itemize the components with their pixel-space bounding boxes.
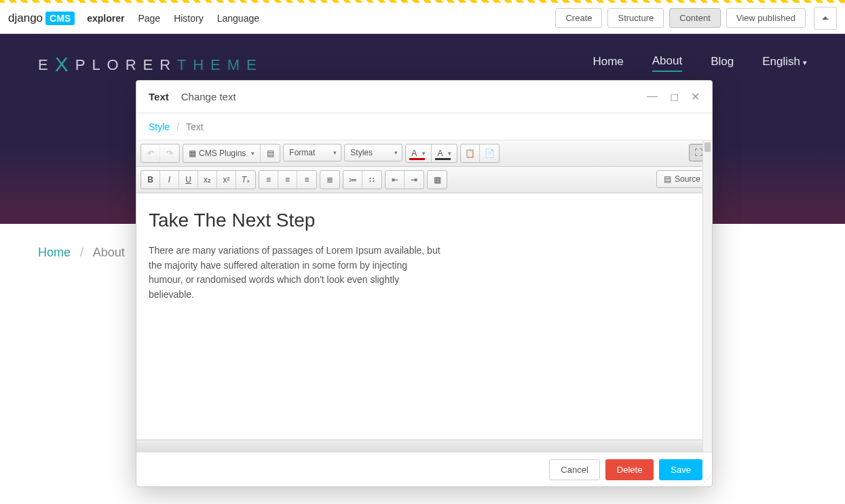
cms-logo[interactable]: django CMS (8, 12, 75, 25)
undo-button[interactable]: ↶ (141, 144, 160, 162)
cms-plugins-label: CMS Plugins (199, 149, 246, 158)
justify-button[interactable]: ≣ (320, 171, 339, 189)
bg-color-swatch (435, 158, 451, 160)
modal-title: Text (149, 91, 169, 102)
modal-header: Text Change text — ◻ ✕ (136, 81, 712, 113)
table-button[interactable]: ▦ (428, 171, 447, 189)
show-blocks-button[interactable]: ▤ (261, 144, 280, 162)
justify-group: ≣ (320, 170, 340, 189)
site-nav: Home About Blog English▾ (593, 54, 807, 72)
breadcrumb-sep: / (80, 246, 83, 259)
save-button[interactable]: Save (659, 459, 702, 480)
format-select[interactable]: Format (283, 144, 341, 161)
subscript-button[interactable]: x₂ (198, 171, 217, 189)
cms-toolbar-right: Create Structure Content View published (555, 7, 837, 30)
plugin-icon: ▦ (189, 149, 196, 158)
modal-footer: Cancel Delete Save ⋰ (136, 452, 712, 486)
site-logo[interactable]: EXPLORERTHEME (38, 52, 263, 75)
chevron-down-icon: ▾ (803, 58, 807, 66)
styles-select[interactable]: Styles (344, 144, 402, 161)
source-icon: ▤ (664, 174, 671, 184)
unordered-list-button[interactable]: ∷ (362, 171, 381, 189)
paste-group: 📋 📄 (460, 144, 500, 163)
remove-format-button[interactable]: Tₓ (236, 171, 255, 189)
indent-group: ⇤ ⇥ (385, 170, 424, 189)
site-logo-theme: THEME (177, 56, 263, 73)
align-left-button[interactable]: ≡ (259, 171, 278, 189)
site-logo-e: E (38, 56, 55, 73)
breadcrumb-home[interactable]: Home (38, 246, 71, 259)
resize-handle[interactable]: ⋰ (704, 476, 710, 484)
paste-text-button[interactable]: 📋 (461, 144, 480, 162)
editor-scrollbar[interactable] (702, 140, 712, 452)
cms-plugins-button[interactable]: ▦CMS Plugins (183, 144, 261, 162)
superscript-button[interactable]: x² (217, 171, 236, 189)
cms-logo-text: django (8, 12, 43, 25)
editor-toolbar-row2: B I U x₂ x² Tₓ ≡ ≡ ≡ ≣ ≔ ∷ ⇤ ⇥ (136, 167, 712, 193)
color-group: A A (405, 144, 457, 163)
cancel-button[interactable]: Cancel (549, 459, 599, 480)
chevron-up-icon (822, 15, 829, 22)
underline-button[interactable]: U (179, 171, 198, 189)
cms-menu-explorer[interactable]: explorer (87, 13, 124, 24)
align-group: ≡ ≡ ≡ (259, 170, 317, 189)
tab-sep: / (176, 121, 179, 132)
nav-language-label: English (762, 55, 800, 68)
create-button[interactable]: Create (555, 8, 602, 28)
minimize-icon[interactable]: — (647, 90, 658, 103)
cms-menu-page[interactable]: Page (138, 13, 160, 24)
table-group: ▦ (427, 170, 447, 189)
align-center-button[interactable]: ≡ (278, 171, 297, 189)
site-logo-x: X (55, 53, 75, 75)
outdent-button[interactable]: ⇤ (386, 171, 405, 189)
indent-button[interactable]: ⇥ (405, 171, 424, 189)
scrollbar-thumb[interactable] (705, 142, 711, 152)
bold-button[interactable]: B (141, 171, 160, 189)
tab-style[interactable]: Style (149, 121, 170, 132)
maximize-icon[interactable]: ◻ (670, 90, 679, 103)
align-right-button[interactable]: ≡ (297, 171, 316, 189)
nav-home[interactable]: Home (593, 55, 623, 71)
cms-logo-badge: CMS (45, 12, 75, 25)
structure-button[interactable]: Structure (607, 8, 664, 28)
text-color-button[interactable]: A (406, 144, 432, 162)
nav-about[interactable]: About (652, 54, 682, 72)
editor: ↶ ↷ ▦CMS Plugins ▤ Format Styles A A 📋 📄… (136, 140, 712, 452)
cms-menu-history[interactable]: History (174, 13, 204, 24)
modal-subtitle: Change text (181, 91, 236, 102)
bg-color-button[interactable]: A (432, 144, 457, 162)
nav-language[interactable]: English▾ (762, 55, 807, 71)
tab-text: Text (186, 121, 204, 132)
toolbar-toggle-button[interactable] (814, 7, 837, 30)
ordered-list-button[interactable]: ≔ (343, 171, 362, 189)
content-heading[interactable]: Take The Next Step (149, 210, 700, 231)
content-button[interactable]: Content (669, 8, 721, 28)
source-button[interactable]: ▤Source (656, 170, 708, 188)
content-body[interactable]: There are many variations of passages of… (149, 244, 440, 303)
cms-plugins-group: ▦CMS Plugins ▤ (183, 144, 280, 163)
editor-toolbar-row1: ↶ ↷ ▦CMS Plugins ▤ Format Styles A A 📋 📄… (136, 140, 712, 167)
editor-content[interactable]: Take The Next Step There are many variat… (136, 193, 712, 440)
list-group: ≔ ∷ (343, 170, 382, 189)
cms-menu: explorer Page History Language (87, 13, 259, 24)
redo-button[interactable]: ↷ (160, 144, 179, 162)
cms-menu-language[interactable]: Language (217, 13, 259, 24)
cms-toolbar: django CMS explorer Page History Languag… (0, 3, 845, 34)
site-logo-plorer: PLORER (75, 56, 177, 73)
modal-breadcrumb: Style / Text (136, 113, 712, 140)
close-icon[interactable]: ✕ (691, 90, 700, 103)
paste-word-button[interactable]: 📄 (480, 144, 499, 162)
undo-redo-group: ↶ ↷ (140, 144, 180, 163)
view-published-button[interactable]: View published (726, 8, 806, 28)
source-label: Source (675, 174, 700, 184)
breadcrumb-current: About (93, 246, 125, 259)
delete-button[interactable]: Delete (605, 459, 654, 480)
nav-blog[interactable]: Blog (711, 55, 734, 71)
text-style-group: B I U x₂ x² Tₓ (140, 170, 256, 189)
editor-statusbar (136, 440, 712, 452)
italic-button[interactable]: I (160, 171, 179, 189)
modal-window-controls: — ◻ ✕ (647, 90, 700, 103)
text-color-swatch (409, 158, 425, 160)
text-editor-modal: Text Change text — ◻ ✕ Style / Text ↶ ↷ … (136, 80, 713, 487)
